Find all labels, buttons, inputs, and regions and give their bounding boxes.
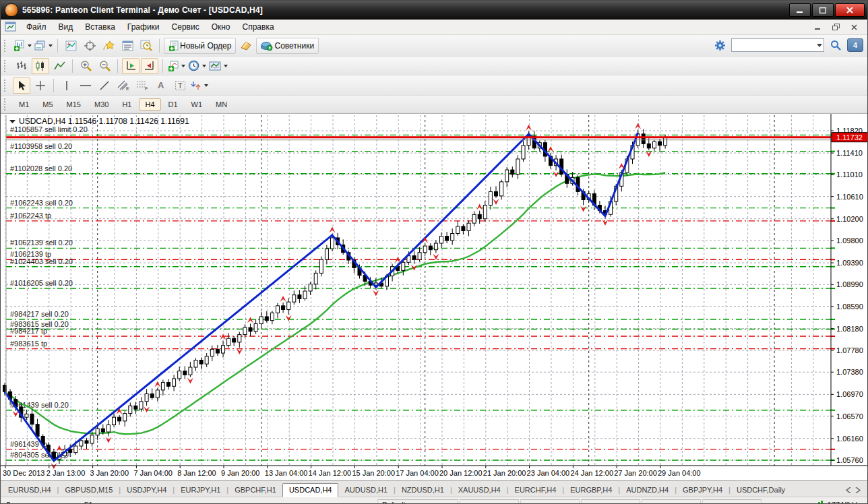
text-label-button[interactable]: T [171,77,189,94]
timeframe-button-h1[interactable]: H1 [116,98,137,111]
templates-button[interactable] [208,58,228,74]
menu-item-файл[interactable]: Файл [20,21,53,33]
time-tick-label[interactable]: 15 Jan 20:00 [352,469,395,477]
chart-tab-gbpchf[interactable]: GBPCHF,H1 [228,484,282,497]
arrows-tool-button[interactable] [190,77,209,94]
equidistant-channel-button[interactable]: E [115,77,132,94]
price-tick-label[interactable]: 1.06570 [836,412,863,420]
price-tick-label[interactable]: 1.11410 [836,149,863,157]
toolbar-grip[interactable] [4,80,9,92]
tabs-scroll-left-icon[interactable] [846,487,851,493]
notifications-badge[interactable]: 4 [847,38,863,52]
timeframe-button-w1[interactable]: W1 [185,98,209,111]
expert-advisors-button[interactable]: Советники [256,38,319,54]
candlestick-chart-button[interactable] [32,58,49,74]
chart-tab-eurgbp[interactable]: EURGBP,H4 [564,484,618,497]
chart-tab-gbpusd[interactable]: GBPUSD,M15 [59,484,119,497]
price-tick-label[interactable]: 1.08180 [836,325,863,333]
profiles-button[interactable] [34,38,53,54]
time-tick-label[interactable]: 29 Jan 04:00 [658,469,701,477]
menu-item-сервис[interactable]: Сервис [166,21,206,33]
time-tick-label[interactable]: 20 Jan 12:00 [439,469,483,477]
zoom-in-button[interactable] [77,58,94,74]
search-dropdown-icon[interactable] [817,44,822,47]
time-tick-label[interactable]: 14 Jan 12:00 [309,469,352,477]
chart-shift-button[interactable] [141,58,158,74]
indicators-button[interactable] [167,58,186,74]
chart-tab-eurusd[interactable]: EURUSD,H4 [2,484,57,497]
chart-window[interactable]: #1105857 sell limit 0.20#1103958 sell 0.… [1,113,867,480]
tick-chart-button[interactable] [62,38,80,54]
zoom-out-button[interactable] [96,58,113,74]
chart-tab-usdcad[interactable]: USDCAD,H4 [282,483,339,497]
time-tick-label[interactable]: 24 Jan 12:00 [570,469,613,477]
bar-chart-button[interactable] [13,58,30,74]
new-order-button[interactable]: Новый Ордер [164,38,236,54]
strategy-tester-button[interactable] [137,38,155,54]
navigator-button[interactable] [100,38,117,54]
price-tick-label[interactable]: 1.09390 [836,259,863,267]
timeframe-button-m1[interactable]: M1 [13,98,35,111]
price-tick-label[interactable]: 1.07780 [836,346,863,354]
chart-canvas[interactable]: #1105857 sell limit 0.20#1103958 sell 0.… [1,114,868,480]
timeframe-button-m30[interactable]: M30 [88,98,115,111]
price-tick-label[interactable]: 1.06160 [836,435,863,443]
horizontal-line-button[interactable] [77,77,94,94]
periods-button[interactable] [187,58,207,74]
menu-item-вставка[interactable]: Вставка [79,21,121,33]
vertical-line-button[interactable] [58,77,75,94]
price-tick-label[interactable]: 1.07380 [836,368,863,376]
menu-item-справка[interactable]: Справка [237,21,280,33]
chart-tab-gbpjpy[interactable]: GBPJPY,H4 [677,484,728,497]
terminal-button[interactable] [119,38,136,54]
close-button[interactable] [835,3,865,17]
time-tick-label[interactable]: 21 Jan 20:00 [483,469,526,477]
chart-tab-eurchf[interactable]: EURCHF,H4 [509,484,563,497]
child-restore-button[interactable] [828,22,844,32]
price-tick-label[interactable]: 1.05760 [836,456,863,464]
timeframe-button-h4[interactable]: H4 [139,98,160,111]
chart-tab-audusd[interactable]: AUDUSD,H1 [338,484,394,497]
chart-tab-nzdusd[interactable]: NZDUSD,H1 [396,484,450,497]
chart-tab-usdjpy[interactable]: USDJPY,H4 [121,484,173,497]
tabs-scroll-right-icon[interactable] [855,487,861,493]
time-tick-label[interactable]: 9 Jan 20:00 [221,469,260,477]
price-tick-label[interactable]: 1.10200 [836,215,863,223]
auto-scroll-button[interactable] [122,58,140,74]
fibonacci-button[interactable]: F [133,77,151,94]
toolbar-grip[interactable] [4,60,9,72]
price-tick-label[interactable]: 1.06970 [836,390,863,398]
search-input[interactable] [731,38,824,52]
time-tick-label[interactable]: 17 Jan 04:00 [396,469,439,477]
chart-tab-usdchf[interactable]: USDCHF,Daily [731,484,791,497]
price-tick-label[interactable]: 1.08990 [836,280,863,288]
chart-tab-eurjpy[interactable]: EURJPY,H1 [175,484,226,497]
cursor-tool-button[interactable] [13,77,30,94]
toolbar-grip[interactable] [4,40,9,52]
text-tool-button[interactable]: A [152,77,170,94]
menu-item-окно[interactable]: Окно [206,21,237,33]
metaeditor-button[interactable] [237,38,255,54]
maximize-button[interactable] [812,3,834,17]
search-button[interactable] [827,37,844,53]
chart-tab-xauusd[interactable]: XAUUSD,H4 [452,484,507,497]
time-tick-label[interactable]: 7 Jan 04:00 [133,469,173,477]
timeframe-button-m15[interactable]: M15 [61,98,87,111]
time-tick-label[interactable]: 13 Jan 04:00 [265,469,308,477]
timeframe-button-mn[interactable]: MN [210,98,233,111]
timeframe-button-m5[interactable]: M5 [36,98,59,111]
crosshair-window-button[interactable] [81,38,98,54]
time-tick-label[interactable]: 8 Jan 12:00 [177,469,216,477]
minimize-button[interactable] [789,3,811,17]
new-chart-button[interactable] [13,38,32,54]
time-tick-label[interactable]: 30 Dec 2013 [3,469,44,477]
price-tick-label[interactable]: 1.09800 [836,237,863,245]
timeframe-button-d1[interactable]: D1 [162,98,184,111]
line-chart-button[interactable] [51,58,68,74]
price-tick-label[interactable]: 1.11010 [836,170,863,179]
crosshair-tool-button[interactable] [32,77,49,94]
child-close-button[interactable] [846,22,862,32]
trendline-button[interactable] [96,77,113,94]
price-tick-label[interactable]: 1.10610 [836,193,863,201]
time-tick-label[interactable]: 2 Jan 13:00 [46,469,86,477]
